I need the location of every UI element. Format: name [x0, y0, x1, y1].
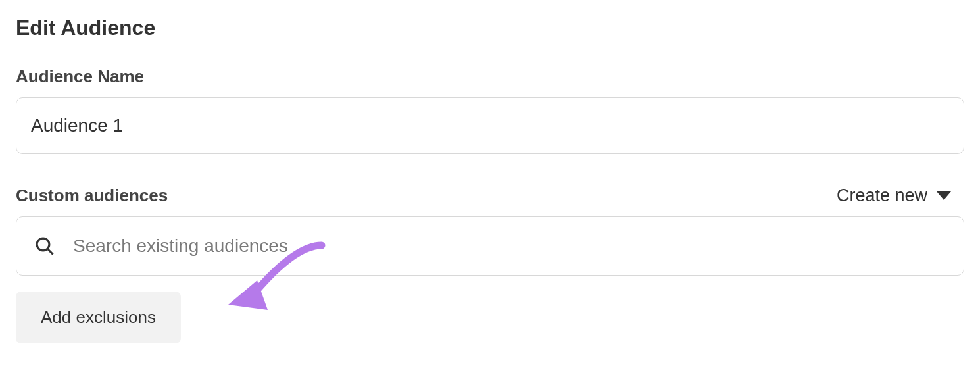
caret-down-icon [937, 191, 951, 200]
create-new-label: Create new [837, 186, 927, 206]
create-new-dropdown[interactable]: Create new [837, 186, 964, 206]
search-audiences-box[interactable] [16, 216, 964, 276]
svg-line-1 [48, 249, 53, 255]
page-title: Edit Audience [16, 16, 964, 40]
audience-name-input[interactable] [16, 97, 964, 154]
audience-name-label: Audience Name [16, 66, 964, 87]
add-exclusions-button[interactable]: Add exclusions [16, 292, 181, 343]
custom-audiences-label: Custom audiences [16, 186, 168, 206]
search-icon [35, 236, 55, 256]
svg-point-0 [37, 238, 49, 251]
search-audiences-input[interactable] [73, 236, 945, 257]
